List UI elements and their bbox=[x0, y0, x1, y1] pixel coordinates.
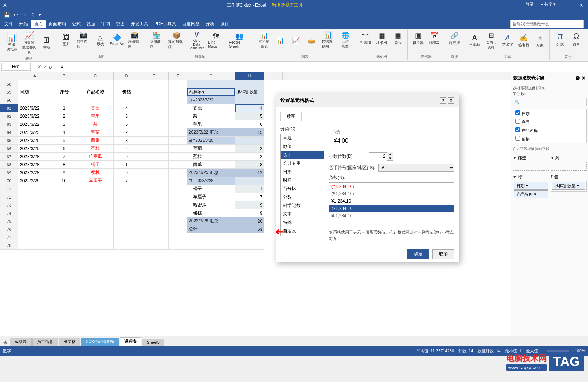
wordart-btn[interactable]: A 艺术字 bbox=[500, 33, 515, 48]
tab-insert[interactable]: 插入 bbox=[31, 20, 46, 28]
cell-b69[interactable]: 9 bbox=[51, 169, 77, 177]
timeline-btn[interactable]: 📅 日程表 bbox=[427, 31, 442, 46]
cell-f67[interactable] bbox=[169, 153, 187, 161]
cell-a70[interactable]: 2023/3/28 bbox=[18, 177, 51, 185]
cell-b64[interactable]: 4 bbox=[51, 128, 77, 137]
slicer-btn[interactable]: ▣ 切片器 bbox=[411, 31, 425, 46]
cell-f68[interactable] bbox=[169, 161, 187, 169]
cell-f77[interactable] bbox=[169, 233, 187, 241]
filter-drop-zone[interactable] bbox=[513, 162, 549, 171]
customize-quick-access[interactable]: ▾ bbox=[38, 11, 42, 18]
hyperlink-btn[interactable]: 🔗 超链接 bbox=[447, 31, 462, 46]
cell-a63[interactable]: 2023/3/22 bbox=[18, 120, 51, 128]
cell-g63[interactable]: 苹果 bbox=[187, 120, 235, 128]
row-header-63[interactable]: 63 bbox=[0, 120, 18, 128]
print-preview-btn[interactable]: 🖨 bbox=[29, 11, 36, 18]
cell-e70[interactable] bbox=[139, 177, 169, 185]
cell-e74[interactable] bbox=[139, 209, 169, 217]
row-header-78[interactable]: 78 bbox=[0, 241, 18, 250]
cell-a76[interactable] bbox=[18, 225, 51, 233]
cell-g66[interactable]: 葡萄 bbox=[187, 145, 235, 153]
cell-d58[interactable] bbox=[114, 80, 139, 88]
cell-e65[interactable] bbox=[139, 137, 169, 145]
col-header-a[interactable]: A bbox=[18, 72, 51, 80]
cell-f64[interactable] bbox=[169, 128, 187, 137]
tab-baidu[interactable]: 百度网盘 bbox=[179, 20, 203, 28]
cell-a68[interactable]: 2023/3/28 bbox=[18, 161, 51, 169]
cell-c62[interactable]: 苹果 bbox=[77, 112, 114, 120]
cell-g68[interactable]: 西瓜 bbox=[187, 161, 235, 169]
share-btn[interactable]: ♦ 共享 ▾ bbox=[538, 1, 559, 9]
cell-c72[interactable] bbox=[77, 193, 114, 201]
pivot-chart-btn[interactable]: 📊 数据透视图 bbox=[320, 31, 337, 50]
row-header-77[interactable]: 77 bbox=[0, 233, 18, 241]
cell-b71[interactable] bbox=[51, 185, 77, 193]
negative-list[interactable]: (¥1,234.10) (¥1,234.10) ¥1,234.10 ¥-1,23… bbox=[329, 182, 454, 226]
image-btn[interactable]: 🖼 图片 bbox=[59, 33, 74, 47]
category-number[interactable]: 数值 bbox=[281, 142, 324, 151]
cell-a64[interactable]: 2023/3/25 bbox=[18, 128, 51, 137]
cell-c77[interactable] bbox=[77, 233, 114, 241]
negative-item-5[interactable]: ¥-1,234.10 bbox=[329, 212, 454, 219]
cell-e67[interactable] bbox=[139, 153, 169, 161]
cell-f75[interactable] bbox=[169, 217, 187, 225]
pie-chart-btn[interactable]: 🥧 bbox=[304, 36, 319, 45]
cell-d60[interactable] bbox=[114, 96, 139, 104]
negative-item-4[interactable]: ¥-1,234.10 bbox=[329, 205, 454, 212]
cell-d62[interactable]: 6 bbox=[114, 112, 139, 120]
cell-g65[interactable]: ⊟ =2023/3/25 bbox=[187, 137, 235, 145]
cell-g78[interactable] bbox=[187, 241, 235, 250]
cell-e61[interactable] bbox=[139, 104, 169, 112]
cell-g59[interactable]: 行标签 ▼ bbox=[187, 88, 235, 96]
cell-g67[interactable]: 荔枝 bbox=[187, 153, 235, 161]
cell-d73[interactable] bbox=[114, 201, 139, 209]
visio-btn[interactable]: V Visio DataVisualizer bbox=[188, 31, 205, 51]
cell-h76[interactable]: 53 bbox=[235, 225, 264, 233]
screenshot-btn[interactable]: 📸 屏幕截图 bbox=[127, 31, 143, 50]
tab-view[interactable]: 视图 bbox=[113, 20, 128, 28]
col-header-h[interactable]: H bbox=[235, 72, 264, 80]
field-product-checkbox[interactable] bbox=[515, 127, 520, 132]
category-time[interactable]: 时间 bbox=[281, 176, 324, 185]
textbox-btn[interactable]: A 文本框 bbox=[467, 33, 482, 48]
row-header-70[interactable]: 70 bbox=[0, 177, 18, 185]
cell-f69[interactable] bbox=[169, 169, 187, 177]
cell-d71[interactable] bbox=[114, 185, 139, 193]
table-btn[interactable]: ⊞ 表格 bbox=[39, 35, 54, 51]
cell-c73[interactable] bbox=[77, 201, 114, 209]
recommend-chart-btn[interactable]: 📊 推荐的图表 bbox=[257, 31, 272, 50]
cell-e72[interactable] bbox=[139, 193, 169, 201]
line-chart-btn[interactable]: 📈 bbox=[288, 36, 303, 45]
field-product[interactable]: 产品名称 bbox=[513, 126, 586, 135]
cell-f73[interactable] bbox=[169, 201, 187, 209]
cell-g58[interactable] bbox=[187, 80, 235, 88]
cell-f76[interactable] bbox=[169, 225, 187, 233]
row-header-76[interactable]: 76 bbox=[0, 225, 18, 233]
cancel-formula-icon[interactable]: ✕ bbox=[37, 64, 41, 70]
cell-b72[interactable] bbox=[51, 193, 77, 201]
sheet-tab-sales[interactable]: XXX公司销售额 bbox=[81, 338, 119, 346]
name-box[interactable] bbox=[1, 63, 31, 71]
cell-a67[interactable]: 2023/3/28 bbox=[18, 153, 51, 161]
col-header-f[interactable]: F bbox=[169, 72, 187, 80]
tab-data[interactable]: 数据 bbox=[84, 20, 98, 28]
negative-item-2[interactable]: (¥1,234.10) bbox=[329, 190, 454, 197]
category-currency[interactable]: 货币 bbox=[281, 151, 324, 159]
my-addins-btn[interactable]: 📦 我的加载项 bbox=[167, 31, 187, 50]
cell-h77[interactable] bbox=[235, 233, 264, 241]
cell-d77[interactable] bbox=[114, 233, 139, 241]
field-date[interactable]: 日期 bbox=[513, 109, 586, 118]
app-store-btn[interactable]: 🏪 应用商店 bbox=[148, 31, 165, 50]
bar-chart-btn[interactable]: 📊 bbox=[273, 36, 288, 45]
row-header-75[interactable]: 75 bbox=[0, 217, 18, 225]
cell-d68[interactable]: 1 bbox=[114, 161, 139, 169]
cell-f58[interactable] bbox=[169, 80, 187, 88]
dialog-close-btn[interactable]: × bbox=[448, 97, 454, 104]
category-special[interactable]: 特殊 bbox=[281, 218, 324, 227]
bing-maps-btn[interactable]: 🗺 Bing Maps bbox=[207, 32, 226, 49]
row-header-72[interactable]: 72 bbox=[0, 193, 18, 201]
tab-analyze[interactable]: 分析 bbox=[203, 20, 217, 28]
cell-f65[interactable] bbox=[169, 137, 187, 145]
col-header-i[interactable]: I bbox=[264, 72, 283, 80]
cell-e62[interactable] bbox=[139, 112, 169, 120]
